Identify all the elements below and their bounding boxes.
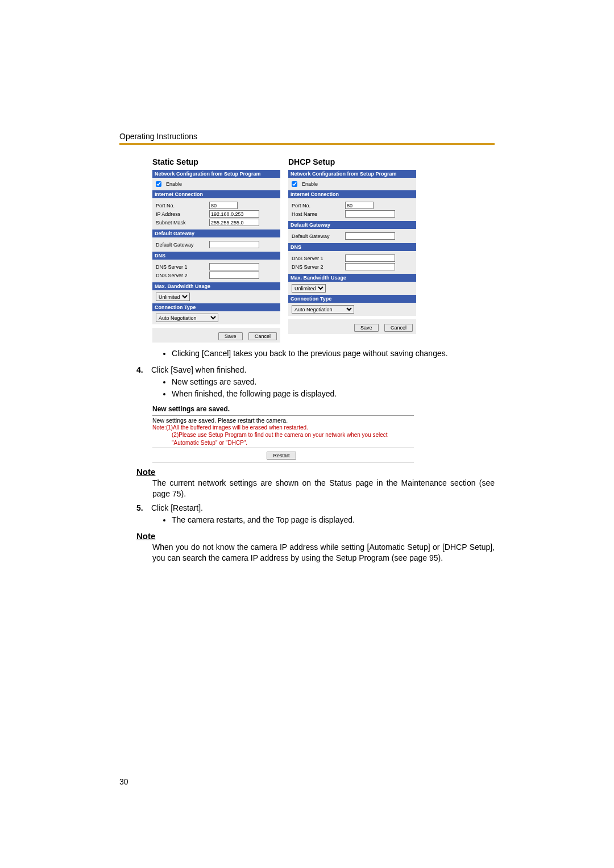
dhcp-internet-header: Internet Connection [288,190,416,198]
dhcp-dns1-input[interactable] [345,254,395,262]
saved-line1: New settings are saved. Please restart t… [152,417,414,424]
step4-bullet2: When finished, the following page is dis… [172,389,495,399]
static-portno-label: Port No. [156,203,207,208]
divider [152,415,414,416]
step4-bullet1: New settings are saved. [172,377,495,387]
dhcp-gateway-input[interactable] [345,232,395,240]
static-mask-label: Subnet Mask [156,220,207,226]
static-gateway-header: Default Gateway [152,229,280,237]
step4-text: Click [Save] when finished. [151,365,246,375]
divider [152,462,414,462]
dhcp-title: DHCP Setup [288,157,416,166]
static-internet-header: Internet Connection [152,190,280,198]
static-enable-label: Enable [166,181,182,187]
dhcp-host-input[interactable] [345,210,395,218]
saved-red2: (2)Please use Setup Program to find out … [152,431,414,446]
static-save-button[interactable]: Save [218,332,243,340]
static-dns-header: DNS [152,252,280,260]
note2-heading: Note [136,531,495,541]
static-mask-input[interactable] [209,219,259,226]
static-cancel-button[interactable]: Cancel [248,332,277,340]
static-dns2-input[interactable] [209,272,259,279]
dhcp-dns-header: DNS [288,243,416,251]
static-setup-panel: Static Setup Network Configuration from … [152,157,280,343]
dhcp-enable-checkbox[interactable] [292,181,297,187]
static-netconf-header: Network Configuration from Setup Program [152,170,280,178]
dhcp-dns1-label: DNS Server 1 [292,256,343,261]
static-gateway-input[interactable] [209,241,259,248]
dhcp-bw-header: Max. Bandwidth Usage [288,274,416,282]
dhcp-save-button[interactable]: Save [354,324,379,332]
static-bw-select[interactable]: Unlimited [156,293,190,301]
saved-title: New settings are saved. [152,405,414,413]
dhcp-cancel-button[interactable]: Cancel [384,324,413,332]
static-gateway-label: Default Gateway [156,242,207,248]
dhcp-dns2-label: DNS Server 2 [292,264,343,270]
static-dns1-label: DNS Server 1 [156,264,207,270]
dhcp-portno-input[interactable] [345,202,374,209]
static-conn-select[interactable]: Auto Negotiation [156,314,218,322]
dhcp-bw-select[interactable]: Unlimited [292,284,326,293]
dhcp-netconf-header: Network Configuration from Setup Program [288,170,416,178]
note1-heading: Note [136,467,495,477]
static-title: Static Setup [152,157,280,166]
dhcp-dns2-input[interactable] [345,263,395,270]
step4-number: 4. [136,365,151,375]
static-conn-header: Connection Type [152,303,280,311]
static-dns1-input[interactable] [209,263,259,270]
step5-text: Click [Restart]. [151,503,203,514]
dhcp-enable-label: Enable [302,181,318,187]
static-bw-header: Max. Bandwidth Usage [152,282,280,290]
divider [152,448,414,448]
dhcp-portno-label: Port No. [292,203,343,208]
step5-bullet1: The camera restarts, and the Top page is… [172,515,495,525]
static-dns2-label: DNS Server 2 [156,273,207,278]
step5-number: 5. [136,503,151,514]
static-ip-label: IP Address [156,211,207,217]
saved-red1: Note:(1)All the buffered images will be … [152,424,414,432]
dhcp-host-label: Host Name [292,211,343,217]
doc-header: Operating Instructions [119,132,495,141]
page-number: 30 [119,777,128,786]
dhcp-conn-header: Connection Type [288,295,416,303]
note2-text: When you do not know the camera IP addre… [152,542,495,564]
static-ip-input[interactable] [209,210,259,218]
static-enable-checkbox[interactable] [156,181,161,187]
dhcp-gateway-label: Default Gateway [292,233,343,239]
saved-settings-panel: New settings are saved. New settings are… [152,405,414,463]
header-divider [119,143,495,145]
dhcp-gateway-header: Default Gateway [288,221,416,229]
static-portno-input[interactable] [209,202,238,209]
restart-button[interactable]: Restart [267,452,296,460]
dhcp-setup-panel: DHCP Setup Network Configuration from Se… [288,157,416,343]
note1-text: The current network settings are shown o… [152,478,495,499]
dhcp-conn-select[interactable]: Auto Negotiation [292,305,354,314]
cancel-note-bullet: Clicking [Cancel] takes you back to the … [172,348,495,359]
